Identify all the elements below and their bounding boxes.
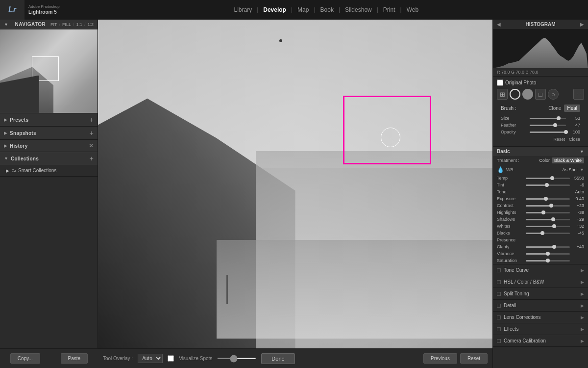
detail-header[interactable]: Detail ▶: [493, 300, 588, 311]
temp-slider-thumb[interactable]: [550, 176, 554, 180]
vibrance-slider-thumb[interactable]: [546, 252, 550, 256]
hsl-color-arrow[interactable]: ▶: [581, 280, 584, 285]
nav-1to1-btn[interactable]: 1:1: [76, 22, 82, 27]
shadows-slider-track[interactable]: [526, 219, 570, 220]
clone-button[interactable]: Clone: [545, 105, 564, 112]
tone-auto-btn[interactable]: Auto: [575, 189, 584, 194]
nav-fill-btn[interactable]: FILL: [62, 22, 71, 27]
tone-curve-header[interactable]: Tone Curve ▶: [493, 264, 588, 276]
nav-book[interactable]: Book: [318, 5, 336, 14]
treatment-color-btn[interactable]: Color: [539, 158, 550, 163]
split-toning-arrow[interactable]: ▶: [581, 291, 584, 296]
treatment-bw-btn[interactable]: Black & White: [552, 158, 584, 163]
blacks-slider-thumb[interactable]: [540, 231, 544, 235]
presets-header[interactable]: ▶ Presets +: [0, 113, 98, 126]
feather-slider-fill: [530, 125, 555, 126]
effects-section: Effects ▶: [493, 323, 588, 335]
wb-value[interactable]: As Shot: [563, 167, 578, 172]
detail-arrow[interactable]: ▶: [581, 303, 584, 308]
history-close-btn[interactable]: ✕: [89, 142, 94, 149]
smart-collections-item[interactable]: ▶ 🗂 Smart Collections: [4, 167, 94, 174]
reset-button-bottom[interactable]: Reset: [460, 353, 488, 364]
size-slider-thumb[interactable]: [557, 116, 561, 120]
reset-btn[interactable]: Reset: [553, 137, 565, 142]
nav-slideshow[interactable]: Slideshow: [343, 5, 374, 14]
nav-1to2-btn[interactable]: 1:2: [87, 22, 94, 27]
navigator-controls: FIT / FILL / 1:1 / 1:2: [50, 22, 94, 27]
clarity-slider-track[interactable]: [526, 246, 570, 248]
selection-box[interactable]: [343, 96, 431, 164]
highlights-slider-track[interactable]: [526, 212, 570, 213]
grid-tool-icon[interactable]: ⊞: [497, 89, 508, 100]
navigator-view-box[interactable]: [32, 56, 59, 81]
settings-tool-icon[interactable]: ⋯: [573, 89, 584, 100]
nav-print[interactable]: Print: [381, 5, 397, 14]
basic-panel-header[interactable]: Basic ▼: [493, 147, 588, 156]
navigator-preview[interactable]: [0, 29, 98, 113]
wb-dropdown-arrow[interactable]: ▼: [580, 167, 584, 172]
contrast-slider-track[interactable]: [526, 205, 570, 207]
square-tool-icon[interactable]: □: [535, 89, 546, 100]
histogram-right-arrow[interactable]: ▶: [580, 22, 584, 27]
done-button[interactable]: Done: [261, 353, 294, 364]
size-slider-track[interactable]: [530, 118, 566, 119]
lens-corrections-arrow[interactable]: ▶: [581, 315, 584, 320]
tint-slider-thumb[interactable]: [545, 183, 549, 187]
photo-canvas[interactable]: ☞: [98, 20, 492, 348]
camera-calibration-arrow[interactable]: ▶: [581, 339, 584, 343]
tone-curve-arrow[interactable]: ▶: [581, 268, 584, 273]
copy-button[interactable]: Copy...: [10, 353, 40, 364]
whites-slider-track[interactable]: [526, 226, 570, 227]
exposure-slider-track[interactable]: [526, 198, 570, 200]
lens-corrections-header[interactable]: Lens Corrections ▶: [493, 312, 588, 323]
nav-develop[interactable]: Develop: [261, 5, 288, 14]
basic-panel-arrow[interactable]: ▼: [580, 149, 584, 154]
exposure-slider-thumb[interactable]: [544, 197, 548, 201]
collections-add-btn[interactable]: +: [90, 155, 94, 162]
highlights-slider-thumb[interactable]: [541, 210, 545, 214]
dot-tool-icon[interactable]: [522, 89, 533, 100]
temp-slider-track[interactable]: [526, 178, 570, 179]
highlights-slider-row: Highlights -38: [493, 209, 588, 216]
clarity-slider-thumb[interactable]: [552, 245, 556, 249]
opacity-slider-track[interactable]: [530, 131, 566, 133]
snapshots-add-btn[interactable]: +: [90, 129, 94, 137]
original-photo-checkbox[interactable]: [497, 79, 503, 86]
effects-header[interactable]: Effects ▶: [493, 323, 588, 335]
saturation-slider-track[interactable]: [526, 260, 570, 262]
wb-eyedropper[interactable]: 💧: [497, 166, 504, 173]
tool-overlay-select[interactable]: Auto: [138, 354, 163, 363]
heal-button[interactable]: Heal: [564, 105, 580, 112]
camera-calibration-header[interactable]: Camera Calibration ▶: [493, 335, 588, 346]
presets-add-btn[interactable]: +: [90, 116, 94, 124]
nav-library[interactable]: Library: [232, 5, 254, 14]
tint-slider-track[interactable]: [526, 184, 570, 186]
hsl-color-header[interactable]: HSL / Color / B&W ▶: [493, 276, 588, 288]
snapshots-header[interactable]: ▶ Snapshots +: [0, 127, 98, 139]
vibrance-slider-track[interactable]: [526, 253, 570, 255]
feather-slider-track[interactable]: [530, 125, 566, 126]
nav-fit-btn[interactable]: FIT: [50, 22, 57, 27]
nav-web[interactable]: Web: [405, 5, 420, 14]
shadows-slider-thumb[interactable]: [551, 217, 555, 221]
oval-tool-icon[interactable]: ○: [548, 89, 559, 100]
blacks-slider-track[interactable]: [526, 233, 570, 234]
circle-tool-icon[interactable]: [510, 89, 520, 100]
visualize-spots-slider[interactable]: [217, 358, 256, 359]
saturation-slider-thumb[interactable]: [546, 259, 550, 263]
contrast-slider-thumb[interactable]: [549, 204, 553, 208]
nav-map[interactable]: Map: [295, 5, 311, 14]
visualize-spots-checkbox[interactable]: [168, 355, 174, 362]
histogram-left-arrow[interactable]: ◀: [497, 22, 501, 27]
opacity-slider-thumb[interactable]: [564, 130, 568, 134]
split-toning-header[interactable]: Split Toning ▶: [493, 288, 588, 299]
previous-button[interactable]: Previous: [423, 353, 457, 364]
navigator-collapse-arrow[interactable]: ▼: [4, 22, 8, 27]
whites-slider-thumb[interactable]: [552, 224, 556, 228]
feather-slider-thumb[interactable]: [553, 123, 557, 127]
close-btn[interactable]: Close: [569, 137, 580, 142]
paste-button[interactable]: Paste: [61, 353, 88, 364]
collections-header[interactable]: ▼ Collections +: [0, 152, 98, 165]
history-header[interactable]: ▶ History ✕: [0, 140, 98, 152]
effects-arrow[interactable]: ▶: [581, 327, 584, 332]
